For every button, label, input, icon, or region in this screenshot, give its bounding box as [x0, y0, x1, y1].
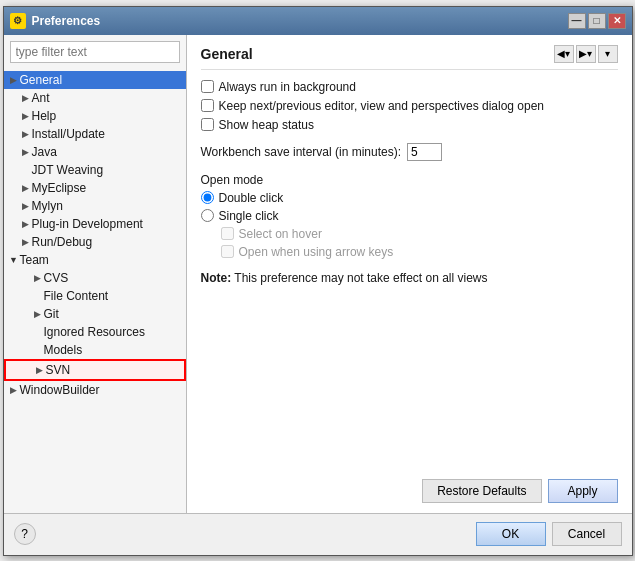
- single-click-row: Single click: [201, 209, 618, 223]
- open-arrow-label: Open when using arrow keys: [239, 245, 394, 259]
- arrow-icon-git: ▶: [32, 308, 44, 320]
- tree-item-run-debug[interactable]: ▶ Run/Debug: [4, 233, 186, 251]
- arrow-icon-jdt: [20, 164, 32, 176]
- right-panel: General ◀▾ ▶▾ ▾ Always run in background…: [187, 35, 632, 513]
- apply-button[interactable]: Apply: [548, 479, 618, 503]
- select-hover-label: Select on hover: [239, 227, 322, 241]
- note-bold: Note:: [201, 271, 232, 285]
- open-arrow-row: Open when using arrow keys: [201, 245, 618, 259]
- tree-label-plugin: Plug-in Development: [32, 217, 143, 231]
- tree-area: ▶ General ▶ Ant ▶ Help ▶ Install/Update: [4, 69, 186, 513]
- tree-label-myeclipse: MyEclipse: [32, 181, 87, 195]
- workbench-interval-input[interactable]: [407, 143, 442, 161]
- tree-item-team[interactable]: ▼ Team: [4, 251, 186, 269]
- tree-item-myeclipse[interactable]: ▶ MyEclipse: [4, 179, 186, 197]
- keep-next-label: Keep next/previous editor, view and pers…: [219, 99, 545, 113]
- open-arrow-checkbox[interactable]: [221, 245, 234, 258]
- open-mode-label: Open mode: [201, 173, 618, 187]
- arrow-icon-team: ▼: [8, 254, 20, 266]
- content-area: ▶ General ▶ Ant ▶ Help ▶ Install/Update: [4, 35, 632, 513]
- tree-item-mylyn[interactable]: ▶ Mylyn: [4, 197, 186, 215]
- tree-label-cvs: CVS: [44, 271, 69, 285]
- tree-label-ant: Ant: [32, 91, 50, 105]
- tree-item-windowbuilder[interactable]: ▶ WindowBuilder: [4, 381, 186, 399]
- titlebar: ⚙ Preferences — □ ✕: [4, 7, 632, 35]
- workbench-label: Workbench save interval (in minutes):: [201, 145, 402, 159]
- arrow-icon-file-content: [32, 290, 44, 302]
- single-click-label: Single click: [219, 209, 279, 223]
- tree-label-jdt: JDT Weaving: [32, 163, 104, 177]
- tree-label-help: Help: [32, 109, 57, 123]
- minimize-button[interactable]: —: [568, 13, 586, 29]
- tree-item-help[interactable]: ▶ Help: [4, 107, 186, 125]
- double-click-row: Double click: [201, 191, 618, 205]
- restore-defaults-button[interactable]: Restore Defaults: [422, 479, 541, 503]
- tree-label-ignored: Ignored Resources: [44, 325, 145, 339]
- show-heap-checkbox[interactable]: [201, 118, 214, 131]
- nav-forward-button[interactable]: ▶▾: [576, 45, 596, 63]
- arrow-icon-myeclipse: ▶: [20, 182, 32, 194]
- tree-item-file-content[interactable]: File Content: [4, 287, 186, 305]
- cancel-button[interactable]: Cancel: [552, 522, 622, 546]
- nav-back-button[interactable]: ◀▾: [554, 45, 574, 63]
- close-button[interactable]: ✕: [608, 13, 626, 29]
- tree-item-cvs[interactable]: ▶ CVS: [4, 269, 186, 287]
- arrow-icon-plugin: ▶: [20, 218, 32, 230]
- tree-item-svn[interactable]: ▶ SVN: [4, 359, 186, 381]
- tree-item-plugin[interactable]: ▶ Plug-in Development: [4, 215, 186, 233]
- tree-item-ant[interactable]: ▶ Ant: [4, 89, 186, 107]
- spacer: [201, 285, 618, 469]
- show-heap-label: Show heap status: [219, 118, 314, 132]
- keep-next-row: Keep next/previous editor, view and pers…: [201, 99, 618, 113]
- double-click-label: Double click: [219, 191, 284, 205]
- panel-header: General ◀▾ ▶▾ ▾: [201, 45, 618, 70]
- tree-item-general[interactable]: ▶ General: [4, 71, 186, 89]
- arrow-icon-ant: ▶: [20, 92, 32, 104]
- arrow-icon-run: ▶: [20, 236, 32, 248]
- tree-label-git: Git: [44, 307, 59, 321]
- tree-item-java[interactable]: ▶ Java: [4, 143, 186, 161]
- always-run-checkbox[interactable]: [201, 80, 214, 93]
- tree-label-windowbuilder: WindowBuilder: [20, 383, 100, 397]
- tree-item-jdt-weaving[interactable]: JDT Weaving: [4, 161, 186, 179]
- arrow-icon-windowbuilder: ▶: [8, 384, 20, 396]
- always-run-label: Always run in background: [219, 80, 356, 94]
- arrow-icon-install: ▶: [20, 128, 32, 140]
- select-hover-row: Select on hover: [201, 227, 618, 241]
- tree-item-git[interactable]: ▶ Git: [4, 305, 186, 323]
- tree-label-run: Run/Debug: [32, 235, 93, 249]
- window-controls: — □ ✕: [568, 13, 626, 29]
- help-button[interactable]: ?: [14, 523, 36, 545]
- single-click-radio[interactable]: [201, 209, 214, 222]
- panel-title: General: [201, 46, 253, 62]
- select-hover-checkbox[interactable]: [221, 227, 234, 240]
- tree-label-install: Install/Update: [32, 127, 105, 141]
- tree-label-file-content: File Content: [44, 289, 109, 303]
- arrow-icon-help: ▶: [20, 110, 32, 122]
- arrow-icon-java: ▶: [20, 146, 32, 158]
- filter-input[interactable]: [10, 41, 180, 63]
- note-content: This preference may not take effect on a…: [234, 271, 487, 285]
- nav-dropdown-button[interactable]: ▾: [598, 45, 618, 63]
- bottom-bar: ? OK Cancel: [4, 513, 632, 555]
- arrow-icon-svn: ▶: [34, 364, 46, 376]
- left-panel: ▶ General ▶ Ant ▶ Help ▶ Install/Update: [4, 35, 187, 513]
- arrow-icon-general: ▶: [8, 74, 20, 86]
- tree-label-mylyn: Mylyn: [32, 199, 63, 213]
- note-text: Note: This preference may not take effec…: [201, 271, 618, 285]
- arrow-icon-ignored: [32, 326, 44, 338]
- tree-label-general: General: [20, 73, 63, 87]
- arrow-icon-mylyn: ▶: [20, 200, 32, 212]
- tree-label-java: Java: [32, 145, 57, 159]
- arrow-icon-cvs: ▶: [32, 272, 44, 284]
- ok-button[interactable]: OK: [476, 522, 546, 546]
- svn-row-container: ▶ SVN 安装成功了: [4, 359, 186, 381]
- tree-item-models[interactable]: Models: [4, 341, 186, 359]
- window-icon: ⚙: [10, 13, 26, 29]
- tree-item-ignored[interactable]: Ignored Resources: [4, 323, 186, 341]
- tree-item-install-update[interactable]: ▶ Install/Update: [4, 125, 186, 143]
- arrow-icon-models: [32, 344, 44, 356]
- maximize-button[interactable]: □: [588, 13, 606, 29]
- double-click-radio[interactable]: [201, 191, 214, 204]
- keep-next-checkbox[interactable]: [201, 99, 214, 112]
